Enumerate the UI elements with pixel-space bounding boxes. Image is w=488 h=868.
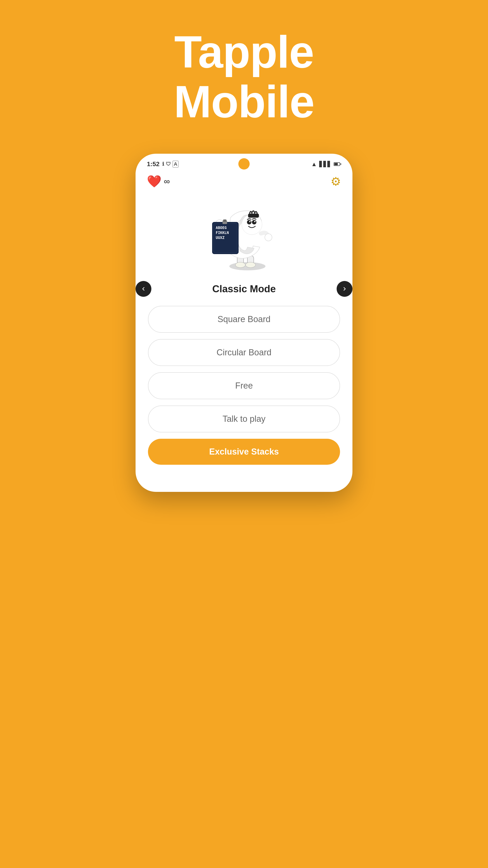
info-icon: ℹ [162,161,164,167]
svg-point-3 [235,262,246,268]
svg-text:UUXZ: UUXZ [216,236,225,240]
mascot-image: ABOEG FIKKLN UUXZ [208,199,280,272]
square-board-button[interactable]: Square Board [148,306,340,333]
app-title: Tapple Mobile [174,27,314,127]
svg-point-4 [246,262,256,268]
battery-icon [334,162,341,166]
top-bar: ❤️ ∞ ⚙ [135,170,352,191]
svg-text:ABOEG: ABOEG [216,225,227,230]
wifi-icon: ▲ [311,161,317,168]
svg-text:FIKKLN: FIKKLN [216,230,229,235]
exclusive-stacks-button[interactable]: Exclusive Stacks [148,439,340,465]
lives-display: ❤️ ∞ [147,175,170,188]
phone-frame: 1:52 ℹ 🛡 A ▲ ▋▋▋ ❤️ ∞ ⚙ [135,154,352,492]
circular-board-button[interactable]: Circular Board [148,339,340,366]
svg-rect-10 [248,214,259,218]
camera-notch [238,158,250,169]
time-display: 1:52 [147,160,160,168]
svg-point-8 [249,221,251,222]
talk-to-play-button[interactable]: Talk to play [148,405,340,432]
shield-icon: 🛡 [166,161,171,167]
svg-point-6 [247,220,252,224]
svg-rect-19 [223,219,226,222]
mode-title: Classic Mode [160,283,328,294]
settings-gear-icon[interactable]: ⚙ [330,175,341,188]
menu-buttons: Square Board Circular Board Free Talk to… [135,306,352,474]
next-mode-button[interactable] [337,281,352,297]
prev-mode-button[interactable] [135,281,151,297]
lives-count: ∞ [164,177,170,186]
svg-point-12 [265,234,272,241]
free-button[interactable]: Free [148,372,340,399]
signal-icon: ▋▋▋ [319,161,331,167]
mascot-area: ABOEG FIKKLN UUXZ [135,191,352,276]
svg-point-9 [254,221,256,222]
mode-selector: Classic Mode [135,281,352,297]
alpha-icon: A [173,161,178,167]
heart-icon: ❤️ [147,175,162,188]
svg-point-7 [252,220,256,224]
status-bar: 1:52 ℹ 🛡 A ▲ ▋▋▋ [135,154,352,170]
